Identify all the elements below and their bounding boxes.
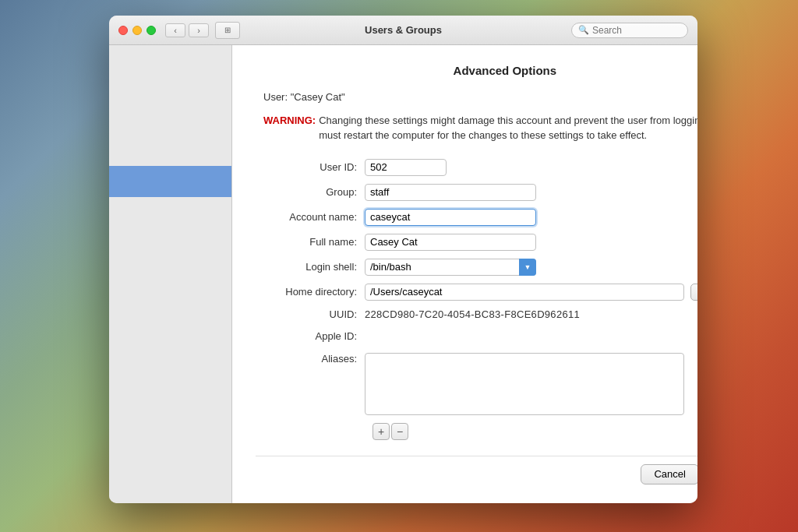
remove-alias-button[interactable]: − bbox=[391, 423, 408, 440]
login-shell-label: Login shell: bbox=[256, 261, 365, 273]
titlebar: ‹ › ⊞ Users & Groups 🔍 bbox=[109, 16, 697, 45]
user-label: User: "Casey Cat" bbox=[263, 91, 697, 103]
apple-id-row: Apple ID: Set... bbox=[256, 328, 697, 345]
back-icon: ‹ bbox=[174, 26, 177, 35]
account-name-row: Account name: bbox=[256, 209, 697, 226]
users-groups-window: ‹ › ⊞ Users & Groups 🔍 Advanced Options … bbox=[109, 16, 697, 503]
account-name-label: Account name: bbox=[256, 211, 365, 223]
uuid-label: UUID: bbox=[256, 308, 365, 320]
minimize-button[interactable] bbox=[132, 26, 142, 35]
close-button[interactable] bbox=[118, 26, 128, 35]
main-content: Advanced Options User: "Casey Cat" WARNI… bbox=[232, 45, 697, 503]
home-dir-input[interactable] bbox=[365, 284, 684, 301]
full-name-input[interactable] bbox=[365, 234, 536, 251]
group-label: Group: bbox=[256, 186, 365, 198]
window-body: Advanced Options User: "Casey Cat" WARNI… bbox=[109, 45, 697, 503]
maximize-button[interactable] bbox=[147, 26, 156, 35]
nav-buttons: ‹ › bbox=[165, 23, 209, 37]
traffic-lights bbox=[118, 26, 156, 35]
uuid-row: UUID: 228CD980-7C20-4054-BC83-F8CE6D9626… bbox=[256, 308, 697, 320]
login-shell-row: Login shell: /bin/bash /bin/sh /bin/zsh … bbox=[256, 259, 697, 276]
add-remove-row: + − bbox=[373, 423, 697, 440]
aliases-row: Aliases: bbox=[256, 353, 697, 415]
forward-button[interactable]: › bbox=[189, 23, 209, 37]
search-box[interactable]: 🔍 bbox=[571, 23, 688, 38]
bottom-buttons: Cancel OK bbox=[256, 456, 697, 484]
uuid-value: 228CD980-7C20-4054-BC83-F8CE6D962611 bbox=[365, 308, 580, 320]
grid-icon: ⊞ bbox=[224, 26, 231, 34]
apple-id-label: Apple ID: bbox=[256, 330, 365, 342]
add-alias-button[interactable]: + bbox=[373, 423, 390, 440]
account-name-input[interactable] bbox=[365, 209, 536, 226]
login-shell-select[interactable]: /bin/bash /bin/sh /bin/zsh /bin/tcsh bbox=[365, 259, 536, 276]
sidebar bbox=[109, 45, 232, 503]
full-name-row: Full name: bbox=[256, 234, 697, 251]
user-name-value: "Casey Cat" bbox=[291, 91, 345, 103]
group-row: Group: bbox=[256, 184, 697, 201]
aliases-textarea[interactable] bbox=[365, 353, 684, 415]
search-icon: 🔍 bbox=[578, 25, 589, 35]
user-id-label: User ID: bbox=[256, 161, 365, 173]
full-name-label: Full name: bbox=[256, 236, 365, 248]
user-id-input[interactable] bbox=[365, 159, 447, 176]
cancel-button[interactable]: Cancel bbox=[641, 464, 697, 484]
search-input[interactable] bbox=[592, 25, 681, 36]
home-dir-row: Home directory: Choose... bbox=[256, 284, 697, 301]
home-dir-label: Home directory: bbox=[256, 286, 365, 298]
aliases-label: Aliases: bbox=[256, 353, 365, 365]
group-input[interactable] bbox=[365, 184, 536, 201]
dialog-title: Advanced Options bbox=[256, 64, 697, 77]
warning-text: Changing these settings might damage thi… bbox=[319, 114, 697, 143]
grid-button[interactable]: ⊞ bbox=[215, 22, 240, 39]
sidebar-highlight bbox=[109, 166, 231, 197]
forward-icon: › bbox=[197, 26, 200, 35]
warning-label: WARNING: bbox=[263, 114, 316, 143]
user-label-text: User: bbox=[263, 91, 288, 103]
back-button[interactable]: ‹ bbox=[165, 23, 185, 37]
login-shell-select-wrapper: /bin/bash /bin/sh /bin/zsh /bin/tcsh bbox=[365, 259, 536, 276]
warning-box: WARNING: Changing these settings might d… bbox=[263, 114, 697, 143]
choose-button[interactable]: Choose... bbox=[690, 284, 697, 301]
window-title: Users & Groups bbox=[365, 24, 442, 36]
user-id-row: User ID: bbox=[256, 159, 697, 176]
